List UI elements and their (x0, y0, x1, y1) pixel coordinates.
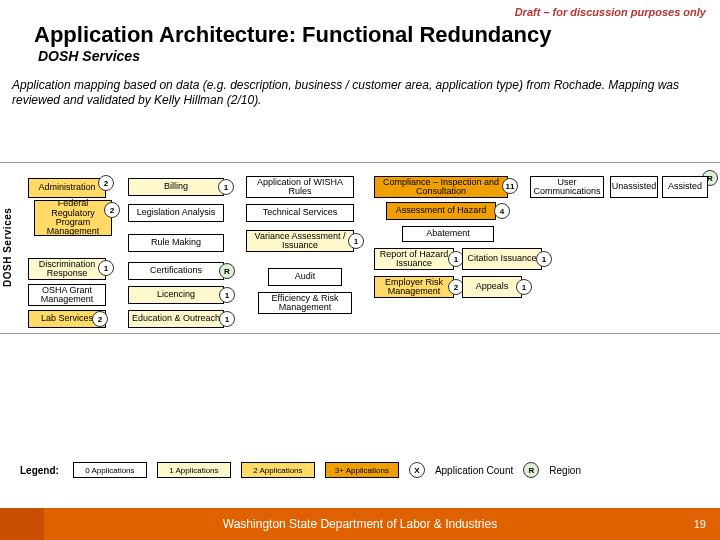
count-compliance: 11 (502, 178, 518, 194)
legend-label: Legend: (20, 465, 59, 476)
legend-swatch-3: 3+ Applications (325, 462, 399, 478)
box-discrimination: Discrimination Response (28, 258, 106, 280)
page-subtitle: DOSH Services (38, 48, 140, 64)
page-title: Application Architecture: Functional Red… (34, 22, 551, 48)
count-variance: 1 (348, 233, 364, 249)
footer: Washington State Department of Labor & I… (0, 508, 720, 540)
box-tech-services: Technical Services (246, 204, 354, 222)
box-billing: Billing (128, 178, 224, 196)
section-label: DOSH Services (2, 162, 18, 332)
box-audit: Audit (268, 268, 342, 286)
count-federal-reg: 2 (104, 202, 120, 218)
count-administration: 2 (98, 175, 114, 191)
count-licencing: 1 (219, 287, 235, 303)
box-variance: Variance Assessment / Issuance (246, 230, 354, 252)
legend-swatch-1: 1 Applications (157, 462, 231, 478)
footer-org: Washington State Department of Labor & I… (0, 508, 720, 540)
count-billing: 1 (218, 179, 234, 195)
draft-label: Draft – for discussion purposes only (515, 6, 706, 18)
legend: Legend: 0 Applications 1 Applications 2 … (20, 462, 700, 478)
box-unassisted: Unassisted (610, 176, 658, 198)
count-appeals: 1 (516, 279, 532, 295)
box-administration: Administration (28, 178, 106, 198)
box-licencing: Licencing (128, 286, 224, 304)
box-report-hazard: Report of Hazard Issuance (374, 248, 454, 270)
box-assess-hazard: Assessment of Hazard (386, 202, 496, 220)
count-lab-services: 2 (92, 311, 108, 327)
footer-page: 19 (694, 508, 706, 540)
box-citation: Citation Issuance (462, 248, 542, 270)
box-legislation: Legislation Analysis (128, 204, 224, 222)
legend-circle-x: X (409, 462, 425, 478)
count-education: 1 (219, 311, 235, 327)
box-assisted: Assisted (662, 176, 708, 198)
legend-swatch-2: 2 Applications (241, 462, 315, 478)
box-osha-grant: OSHA Grant Management (28, 284, 106, 306)
box-compliance: Compliance – Inspection and Consultation (374, 176, 508, 198)
box-user-comm: User Communications (530, 176, 604, 198)
intro-text: Application mapping based on data (e.g. … (12, 78, 706, 108)
count-assess-hazard: 4 (494, 203, 510, 219)
box-rule-making: Rule Making (128, 234, 224, 252)
box-app-wisha: Application of WISHA Rules (246, 176, 354, 198)
box-abatement: Abatement (402, 226, 494, 242)
box-federal-reg: Federal Regulatory Program Management (34, 200, 112, 236)
count-citation: 1 (536, 251, 552, 267)
legend-r-label: Region (549, 465, 581, 476)
legend-x-label: Application Count (435, 465, 513, 476)
box-education: Education & Outreach (128, 310, 224, 328)
box-certifications: Certifications (128, 262, 224, 280)
box-appeals: Appeals (462, 276, 522, 298)
count-discrimination: 1 (98, 260, 114, 276)
box-efficiency: Efficiency & Risk Management (258, 292, 352, 314)
region-certifications: R (219, 263, 235, 279)
legend-swatch-0: 0 Applications (73, 462, 147, 478)
legend-circle-r: R (523, 462, 539, 478)
box-employer-risk: Employer Risk Management (374, 276, 454, 298)
slide: Draft – for discussion purposes only App… (0, 0, 720, 540)
